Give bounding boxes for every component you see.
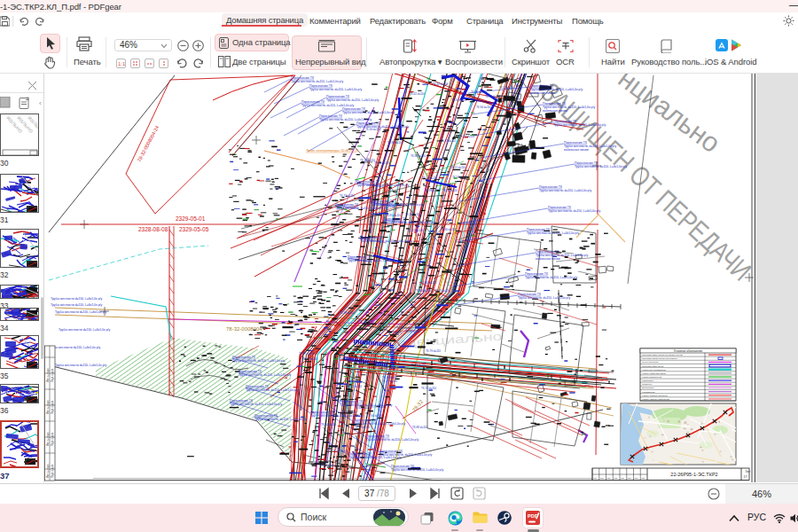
svg-text:Теплосеть: Теплосеть: [642, 383, 653, 386]
svg-text:Трубы жесткости, d=110, L=4х1,: Трубы жесткости, d=110, L=4х1,0х р/у: [326, 98, 379, 102]
svg-text:ТК-21 d=110: ТК-21 d=110: [450, 166, 466, 169]
svg-text:ТК-82 d=110: ТК-82 d=110: [433, 82, 448, 86]
svg-text:ТК-14 d=110: ТК-14 d=110: [374, 161, 389, 165]
svg-text:ТК-28 d=110: ТК-28 d=110: [360, 159, 375, 162]
svg-text:Кабель низкого напряжения: Кабель низкого напряжения: [642, 398, 670, 401]
svg-text:ТК-98 d=110: ТК-98 d=110: [462, 222, 477, 225]
svg-text:Трубы жесткости, d=110, L=4х1,: Трубы жесткости, d=110, L=4х1,0х р/у: [309, 88, 362, 91]
svg-text:Трубы жесткости, d=110, L=4х1,: Трубы жесткости, d=110, L=4х1,0х р/у: [356, 125, 409, 129]
svg-text:Трубы жесткости, d=110, L=4х1,: Трубы жесткости, d=110, L=4х1,0х р/у: [391, 468, 443, 472]
svg-text:Водопровод: Водопровод: [642, 387, 654, 389]
svg-text:Трубы жесткости, d=110, L=4х1,: Трубы жесткости, d=110, L=4х1,0х р/у: [348, 259, 400, 262]
svg-text:Трубы жесткости, d=110, L=4х1,: Трубы жесткости, d=110, L=4х1,0х р/у: [525, 276, 577, 279]
svg-text:2329-05-01: 2329-05-01: [176, 215, 206, 222]
svg-text:ТК-79 d=110: ТК-79 d=110: [426, 349, 441, 353]
svg-text:Трубы жесткости, d=110, L=4х1,: Трубы жесткости, d=110, L=4х1,0х р/у: [301, 104, 354, 107]
svg-text:Трубы жесткости, d=110, L=4х1,: Трубы жесткости, d=110, L=4х1,0х р/у: [353, 422, 405, 426]
svg-text:Трубы жесткости, d=110, L=4х1,: Трубы жесткости, d=110, L=4х1,0х р/у: [340, 403, 392, 407]
svg-text:Трубы жесткости, d=110, L=4х1,: Трубы жесткости, d=110, L=4х1,0х р/у: [539, 189, 591, 192]
svg-text:кабельные линии: кабельные линии: [564, 148, 589, 152]
svg-text:Трубы жесткости, d=110, L=4х1,: Трубы жесткости, d=110, L=4х1,0х р/у: [518, 296, 570, 300]
svg-text:Трубы жесткости, d=110, L=4х1,: Трубы жесткости, d=110, L=4х1,0х р/у: [356, 184, 409, 187]
svg-text:Кабель демонтируемый: Кабель демонтируемый: [642, 372, 666, 375]
svg-text:Инв. № подл.: Инв. № подл.: [46, 432, 50, 446]
svg-text:Трубы жесткости, d=110, L=4х1,: Трубы жесткости, d=110, L=4х1,0х р/у: [575, 165, 627, 168]
svg-text:ТК-32 d=110: ТК-32 d=110: [347, 385, 362, 388]
svg-text:Изм: Изм: [628, 477, 632, 479]
svg-text:ТК-28 d=110: ТК-28 d=110: [485, 95, 500, 98]
svg-text:2329-05-05: 2329-05-05: [179, 226, 209, 232]
svg-text:Инв. № подл.: Инв. № подл.: [46, 400, 50, 414]
svg-text:Изм: Изм: [634, 477, 638, 479]
svg-text:ТК-54 d=110: ТК-54 d=110: [321, 423, 336, 426]
svg-text:Кабель базовая защитная: Кабель базовая защитная: [642, 395, 669, 397]
svg-text:Трубы жесткости, d=110, L=4х1,: Трубы жесткости, d=110, L=4х1,0х р/у: [383, 221, 435, 224]
svg-text:Кабельная канализация: Кабельная канализация: [642, 369, 667, 372]
svg-text:Канализация: Канализация: [642, 391, 655, 394]
svg-text:Трубы жесткости, d=110, L=4х1,: Трубы жесткости, d=110, L=4х1,0х р/у: [366, 438, 419, 442]
svg-text:ТК-94 d=110: ТК-94 d=110: [367, 414, 382, 418]
svg-text:ТК-87 d=110: ТК-87 d=110: [299, 352, 314, 356]
svg-text:Изм: Изм: [606, 477, 611, 479]
svg-text:Изм: Изм: [600, 477, 605, 479]
svg-text:Изм: Изм: [593, 477, 598, 479]
svg-text:Подп. и дата: Подп. и дата: [51, 400, 54, 414]
svg-text:Подп. и дата: Подп. и дата: [51, 464, 54, 478]
svg-text:Проектируемая кабельная линия: Проектируемая кабельная линия 6/10 кВ: [642, 354, 683, 356]
svg-text:ТК-80 d=110: ТК-80 d=110: [441, 228, 456, 231]
svg-text:Трубы жесткости d=110, L=6х1,0: Трубы жесткости d=110, L=6х1,0х р/у: [59, 328, 110, 332]
svg-text:Трубы жесткости d=110, L=6х1,0: Трубы жесткости d=110, L=6х1,0х р/у: [51, 297, 102, 301]
svg-text:Лист: Лист: [746, 470, 751, 473]
svg-text:ТК-22 d=110: ТК-22 d=110: [408, 229, 423, 232]
svg-text:ТК-88 d=110: ТК-88 d=110: [340, 311, 355, 315]
svg-text:Трубы жесткости, d=110, L=4х1,: Трубы жесткости, d=110, L=4х1,0х р/у: [291, 80, 343, 83]
svg-text:кабельные линии: кабельные линии: [536, 257, 560, 261]
svg-text:ТК-99 d=110: ТК-99 d=110: [387, 141, 403, 145]
svg-text:Проектируемая труба: Проектируемая труба: [642, 365, 664, 368]
svg-text:ТК-43 d=110: ТК-43 d=110: [396, 326, 411, 330]
svg-text:2328-08-08: 2328-08-08: [138, 226, 168, 232]
svg-text:Трубы жесткости, d=110, L=4х1,: Трубы жесткости, d=110, L=4х1,0х р/у: [232, 359, 285, 363]
svg-text:Изм: Изм: [641, 477, 645, 479]
svg-text:22-26Р95-1-ЭС.ТКР2: 22-26Р95-1-ЭС.ТКР2: [670, 472, 717, 477]
svg-text:Линия электропередач 10 кВ ПС-: Линия электропередач 10 кВ ПС-16: [306, 149, 359, 153]
svg-text:Трубы жесткости, d=110, L=4х1,: Трубы жесткости, d=110, L=4х1,0х р/у: [239, 373, 291, 377]
svg-text:78-32-0008004: 78-32-0008004: [226, 326, 262, 332]
svg-text:Газопровод: Газопровод: [642, 379, 653, 382]
svg-text:Трубы жесткости d=110, L=6х1,0: Трубы жесткости d=110, L=6х1,0х р/у: [55, 310, 106, 314]
svg-text:кабельные линии: кабельные линии: [530, 91, 555, 95]
svg-text:Трубы жесткости, d=110, L=4х1,: Трубы жесткости, d=110, L=4х1,0х р/у: [254, 418, 307, 421]
svg-text:Трубы жесткости, d=110, L=4х1,: Трубы жесткости, d=110, L=4х1,0х р/у: [548, 209, 600, 213]
svg-text:Трубы жесткости, d=110, L=4х1,: Трубы жесткости, d=110, L=4х1,0х р/у: [342, 111, 395, 114]
svg-text:Трубы жесткости d=110, L=6х1,0: Трубы жесткости d=110, L=6х1,0х р/у: [55, 364, 106, 367]
svg-text:Условные обозначения: Условные обозначения: [674, 349, 703, 353]
svg-text:ТК-10 d=110: ТК-10 d=110: [451, 98, 466, 102]
svg-text:ТК-86 d=110: ТК-86 d=110: [416, 289, 431, 293]
svg-text:ТК-98 d=110: ТК-98 d=110: [411, 154, 426, 158]
svg-text:ТК-10 d=110: ТК-10 d=110: [421, 281, 436, 285]
svg-text:Трубы жесткости d=110, L=6х1,0: Трубы жесткости d=110, L=6х1,0х р/у: [51, 303, 102, 307]
svg-text:Проектируемый кабельный колоде: Проектируемый кабельный колодец: [642, 357, 678, 360]
svg-text:17: 17: [744, 475, 747, 479]
svg-text:Трубы жесткости, d=110, L=4х1,: Трубы жесткости, d=110, L=4х1,0х р/у: [310, 414, 363, 418]
svg-text:Изм: Изм: [614, 477, 618, 479]
svg-text:Трубы жесткости, d=110, L=4х1,: Трубы жесткости, d=110, L=4х1,0х р/у: [348, 456, 401, 459]
svg-text:ТК-77 d=110: ТК-77 d=110: [382, 379, 397, 383]
svg-text:Трубы жесткости, d=110, L=4х1,: Трубы жесткости, d=110, L=4х1,0х р/у: [553, 123, 606, 127]
svg-text:Изм: Изм: [621, 477, 625, 479]
svg-text:ТК-72 d=110: ТК-72 d=110: [340, 194, 355, 198]
svg-text:ТК-98 d=110: ТК-98 d=110: [405, 330, 420, 333]
svg-text:Трубы жесткости, d=110, L=4х1,: Трубы жесткости, d=110, L=4х1,0х р/у: [360, 239, 412, 243]
svg-text:Трубы жесткости, d=110, L=4х1,: Трубы жесткости, d=110, L=4х1,0х р/у: [230, 403, 282, 406]
svg-text:Трубы жесткости, d=110, L=4х1,: Трубы жесткости, d=110, L=4х1,0х р/у: [246, 388, 298, 392]
svg-text:Кабель волоконный: Кабель волоконный: [642, 376, 662, 379]
svg-text:Трубы жесткости, d=110, L=4х1,: Трубы жесткости, d=110, L=4х1,0х р/у: [319, 118, 372, 121]
svg-text:Подп. и дата: Подп. и дата: [51, 432, 54, 446]
svg-text:Инв. № подл.: Инв. № подл.: [46, 368, 50, 382]
svg-text:кабельные линии: кабельные линии: [543, 109, 567, 113]
svg-text:Трубы жесткости, d=110, L=4х1,: Трубы жесткости, d=110, L=4х1,0х р/у: [335, 207, 387, 210]
svg-text:ТК-62 d=110: ТК-62 d=110: [410, 92, 425, 96]
svg-text:Подп. и дата: Подп. и дата: [51, 368, 54, 382]
svg-text:Трубы жесткости d=110, L=6х1,0: Трубы жесткости d=110, L=6х1,0х р/у: [49, 346, 100, 349]
svg-text:ТК-88 d=110: ТК-88 d=110: [412, 426, 427, 429]
